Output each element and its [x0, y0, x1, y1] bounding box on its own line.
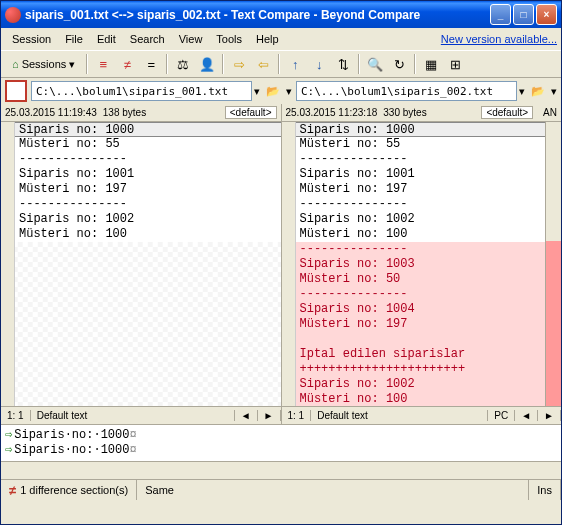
show-diff-button[interactable]: ≠: [116, 53, 138, 75]
arrow-right-icon: ⇨: [5, 442, 12, 457]
rules-button[interactable]: ⚖: [172, 53, 194, 75]
left-encoding: Default text: [31, 410, 235, 421]
right-default-dropdown[interactable]: <default>: [481, 106, 533, 119]
menu-help[interactable]: Help: [249, 31, 286, 47]
format-button[interactable]: 👤: [196, 53, 218, 75]
status-same: Same: [137, 480, 529, 500]
text-line[interactable]: Siparis no: 1001: [15, 167, 281, 182]
right-path-input[interactable]: [296, 81, 517, 101]
chevron-down-icon[interactable]: ▾: [551, 85, 557, 98]
copy-right-button[interactable]: ⇨: [228, 53, 250, 75]
text-line[interactable]: ---------------: [15, 197, 281, 212]
status-diff-count: 1 difference section(s): [20, 484, 128, 496]
menu-view[interactable]: View: [172, 31, 210, 47]
minimize-button[interactable]: _: [490, 4, 511, 25]
sessions-dropdown[interactable]: ⌂ Sessions ▾: [5, 55, 82, 74]
chevron-down-icon[interactable]: ▾: [286, 85, 292, 98]
left-cursor-pos: 1: 1: [1, 410, 31, 421]
text-line[interactable]: Müsteri no: 50: [296, 272, 546, 287]
text-line[interactable]: Müsteri no: 197: [296, 317, 546, 332]
copy-left-button[interactable]: ⇦: [252, 53, 274, 75]
arrow-right-icon: ⇨: [5, 427, 12, 442]
text-line[interactable]: Siparis no: 1000: [15, 122, 281, 137]
right-scroll-left[interactable]: ◄: [515, 410, 538, 421]
prev-diff-button[interactable]: ↑: [284, 53, 306, 75]
swap-button[interactable]: ⇅: [332, 53, 354, 75]
right-size: 330 bytes: [383, 107, 426, 118]
text-line[interactable]: Müsteri no: 55: [296, 137, 546, 152]
text-line[interactable]: Siparis no: 1003: [296, 257, 546, 272]
menu-search[interactable]: Search: [123, 31, 172, 47]
path-bar: ▾ 📂 ▾ ▾ 📂 ▾: [1, 78, 561, 104]
left-path-input[interactable]: [31, 81, 252, 101]
right-open-folder-button[interactable]: 📂: [527, 80, 549, 102]
reload-button[interactable]: ↻: [388, 53, 410, 75]
home-icon: ⌂: [12, 58, 19, 70]
menu-edit[interactable]: Edit: [90, 31, 123, 47]
left-scroll-left[interactable]: ◄: [235, 410, 258, 421]
text-line[interactable]: Iptal edilen siparislar: [296, 347, 546, 362]
status-insert-mode: Ins: [529, 480, 561, 500]
text-line[interactable]: Siparis no: 1004: [296, 302, 546, 317]
right-an-label: AN: [543, 107, 557, 118]
menu-file[interactable]: File: [58, 31, 90, 47]
left-date: 25.03.2015 11:19:43: [5, 107, 97, 118]
chevron-down-icon[interactable]: ▾: [254, 85, 260, 98]
window-title: siparis_001.txt <--> siparis_002.txt - T…: [25, 8, 490, 22]
chevron-down-icon[interactable]: ▾: [519, 85, 525, 98]
text-line[interactable]: Müsteri no: 55: [15, 137, 281, 152]
show-same-button[interactable]: =: [140, 53, 162, 75]
text-line[interactable]: ---------------: [296, 152, 546, 167]
diff-overview-icon[interactable]: [5, 80, 27, 102]
pilcrow-icon: ¤: [129, 428, 136, 442]
maximize-button[interactable]: □: [513, 4, 534, 25]
right-date: 25.03.2015 11:23:18: [286, 107, 378, 118]
text-line[interactable]: Müsteri no: 197: [15, 182, 281, 197]
new-version-link[interactable]: New version available...: [441, 33, 557, 45]
not-equal-icon: ≠: [9, 483, 16, 498]
status-bar: ≠1 difference section(s) Same Ins: [1, 480, 561, 500]
text-line[interactable]: ---------------: [296, 287, 546, 302]
right-content[interactable]: Siparis no: 1000 Müsteri no: 55 --------…: [282, 122, 562, 406]
text-line[interactable]: Siparis no: 1000: [296, 122, 546, 137]
text-line[interactable]: Müsteri no: 197: [296, 182, 546, 197]
close-button[interactable]: ×: [536, 4, 557, 25]
left-content[interactable]: Siparis no: 1000 Müsteri no: 55 --------…: [1, 122, 281, 406]
next-diff-button[interactable]: ↓: [308, 53, 330, 75]
left-size: 138 bytes: [103, 107, 146, 118]
expand-button[interactable]: ⊞: [444, 53, 466, 75]
chevron-down-icon: ▾: [69, 58, 75, 71]
text-line[interactable]: Siparis no: 1002: [296, 377, 546, 392]
text-line[interactable]: Müsteri no: 100: [296, 392, 546, 406]
right-lineend: PC: [488, 410, 515, 421]
left-pane: 25.03.2015 11:19:43 138 bytes <default> …: [1, 104, 282, 424]
left-open-folder-button[interactable]: 📂: [262, 80, 284, 102]
text-line[interactable]: Siparis no: 1002: [296, 212, 546, 227]
linked-line-2: Siparis·no:·1000: [14, 443, 129, 457]
layout-button[interactable]: ▦: [420, 53, 442, 75]
text-line[interactable]: Müsteri no: 100: [15, 227, 281, 242]
search-button[interactable]: 🔍: [364, 53, 386, 75]
sessions-label: Sessions: [22, 58, 67, 70]
text-line[interactable]: [296, 332, 546, 347]
toolbar: ⌂ Sessions ▾ ≡ ≠ = ⚖ 👤 ⇨ ⇦ ↑ ↓ ⇅ 🔍 ↻ ▦ ⊞: [1, 50, 561, 78]
show-all-button[interactable]: ≡: [92, 53, 114, 75]
text-line[interactable]: +++++++++++++++++++++++: [296, 362, 546, 377]
text-line[interactable]: Siparis no: 1001: [296, 167, 546, 182]
linked-line-view[interactable]: ⇨Siparis·no:·1000¤ ⇨Siparis·no:·1000¤: [1, 424, 561, 462]
menu-session[interactable]: Session: [5, 31, 58, 47]
menu-tools[interactable]: Tools: [209, 31, 249, 47]
pilcrow-icon: ¤: [129, 443, 136, 457]
app-icon: [5, 7, 21, 23]
text-line[interactable]: ---------------: [15, 152, 281, 167]
right-scrollbar[interactable]: [545, 122, 561, 406]
menu-bar: Session File Edit Search View Tools Help…: [1, 28, 561, 50]
text-line[interactable]: Siparis no: 1002: [15, 212, 281, 227]
right-scroll-right[interactable]: ►: [538, 410, 561, 421]
text-line[interactable]: ---------------: [296, 242, 546, 257]
text-line[interactable]: Müsteri no: 100: [296, 227, 546, 242]
right-pane: 25.03.2015 11:23:18 330 bytes <default> …: [282, 104, 562, 424]
left-scroll-right[interactable]: ►: [258, 410, 281, 421]
left-default-dropdown[interactable]: <default>: [225, 106, 277, 119]
text-line[interactable]: ---------------: [296, 197, 546, 212]
